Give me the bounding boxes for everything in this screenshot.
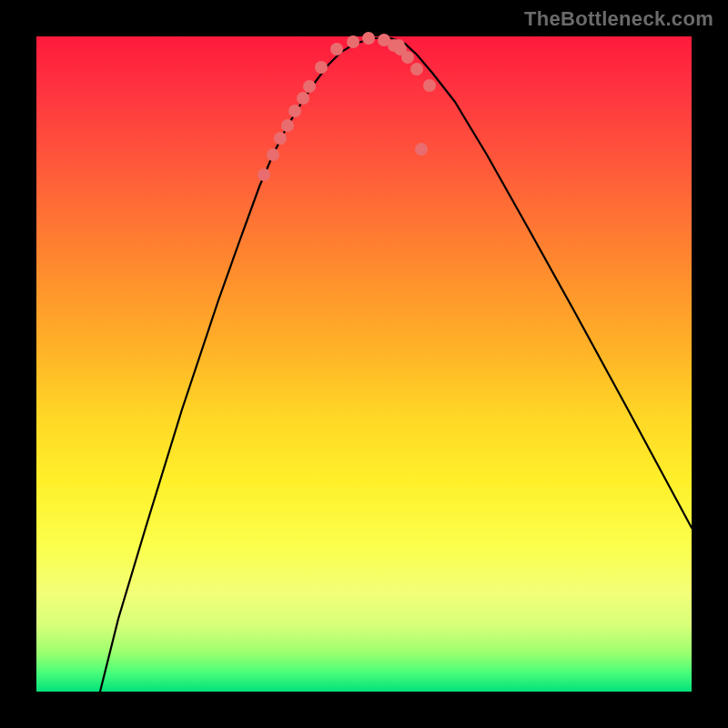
chart-frame: TheBottleneck.com xyxy=(0,0,728,728)
marker-dot xyxy=(423,79,436,92)
curve-svg xyxy=(36,36,692,692)
marker-dot xyxy=(362,32,375,45)
marker-dot xyxy=(401,51,414,64)
marker-dot xyxy=(258,168,270,181)
marker-dot xyxy=(303,80,316,93)
marker-dot xyxy=(297,92,309,105)
marker-dot xyxy=(274,132,287,145)
marker-dot xyxy=(347,35,359,48)
marker-dot xyxy=(267,148,279,161)
bottleneck-curve xyxy=(100,38,692,692)
marker-dot xyxy=(415,143,428,156)
plot-area xyxy=(36,36,692,692)
marker-dot xyxy=(330,43,343,56)
watermark-text: TheBottleneck.com xyxy=(524,7,713,31)
marker-dot xyxy=(410,63,423,76)
marker-dot xyxy=(315,61,328,74)
marker-dot xyxy=(281,119,294,132)
marker-dot xyxy=(288,105,301,117)
